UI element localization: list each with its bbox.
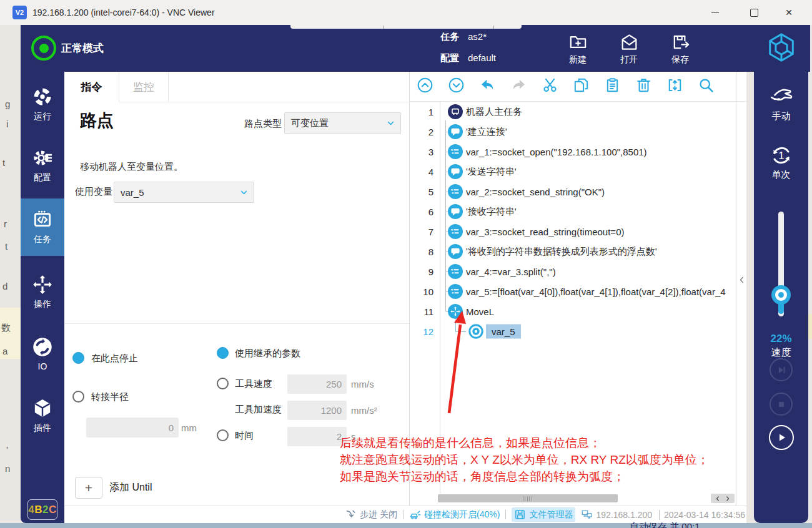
save-task-button[interactable]: 保存 xyxy=(659,29,701,69)
desktop-highlight-patch xyxy=(808,314,812,339)
top-notch xyxy=(290,24,522,29)
add-until-label: 添加 Until xyxy=(109,481,152,494)
tree-row-4[interactable]: 4'发送字符串' xyxy=(410,162,736,182)
minimize-button[interactable] xyxy=(701,0,730,25)
step-mode-label: 步进 关闭 xyxy=(360,509,397,521)
time-input[interactable]: 2 xyxy=(287,427,347,446)
file-manager-label: 文件管理器 xyxy=(529,509,573,521)
waypoint-type-value: 可变位置 xyxy=(285,117,386,129)
tree-row-2[interactable]: 2'建立连接' xyxy=(410,122,736,142)
time-radio[interactable] xyxy=(217,429,229,441)
redo-button[interactable] xyxy=(510,77,527,96)
tree-row-1[interactable]: 1机器人主任务 xyxy=(410,102,736,122)
add-until-button[interactable]: + xyxy=(75,477,102,499)
horizontal-scrollbar[interactable] xyxy=(438,494,618,502)
replace-button[interactable] xyxy=(666,77,683,96)
expand-all-button[interactable] xyxy=(448,77,465,96)
autosave-partial-text: 自动保存 并 00:1 xyxy=(630,521,700,528)
collision-detection-status[interactable]: 碰撞检测开启(40%) xyxy=(409,509,500,521)
tree-row-6[interactable]: 6'接收字符串' xyxy=(410,202,736,222)
tree-row-5[interactable]: 5var_2:=socket_send_string("OK") xyxy=(410,182,736,202)
tab-monitor[interactable]: 监控 xyxy=(119,72,169,102)
scrollbar-grip[interactable] xyxy=(523,496,533,501)
collision-icon xyxy=(409,509,421,521)
blend-radius-radio[interactable] xyxy=(72,391,84,403)
desktop-text-fragment: g xyxy=(5,99,10,109)
sidebar-item-task[interactable]: 任务 xyxy=(21,198,64,256)
single-cycle-button[interactable]: 1 单次 xyxy=(754,143,808,181)
waypoint-type-select[interactable]: 可变位置 xyxy=(284,112,401,134)
version-badge[interactable]: 4B2C xyxy=(27,499,57,520)
cut-button[interactable] xyxy=(542,77,558,96)
cut-icon xyxy=(542,77,558,94)
sidebar-item-run[interactable]: 运行 xyxy=(21,82,64,127)
step-forward-button[interactable] xyxy=(770,358,793,381)
tree-row-7[interactable]: 7var_3:=socket_read_string(timeout=0) xyxy=(410,222,736,242)
stop-here-radio[interactable] xyxy=(72,352,84,364)
tab-instruction[interactable]: 指令 xyxy=(64,72,119,102)
undo-button[interactable] xyxy=(479,77,496,96)
speed-slider-knob[interactable] xyxy=(771,285,791,305)
search-button[interactable] xyxy=(698,77,715,96)
step-mode-status[interactable]: 步进 关闭 xyxy=(345,509,397,521)
vnc-app-icon[interactable]: V2 xyxy=(12,6,27,19)
maximize-button[interactable] xyxy=(740,0,768,25)
tree-row-text: var_5 xyxy=(486,325,521,339)
collapse-all-button[interactable] xyxy=(417,77,433,96)
sidebar-item-plugin[interactable]: 插件 xyxy=(21,393,64,438)
blend-radius-input[interactable]: 0 xyxy=(86,418,179,438)
step-forward-icon xyxy=(775,364,788,376)
tool-speed-input[interactable]: 250 xyxy=(287,374,347,394)
close-button[interactable]: × xyxy=(775,0,803,25)
tree-row-text: var_2:=socket_send_string("OK") xyxy=(466,187,605,197)
header-actions: 新建打开保存 xyxy=(557,29,701,69)
config-value: default xyxy=(468,52,496,63)
collapse-panel-handle[interactable] xyxy=(738,276,746,284)
delete-button[interactable] xyxy=(635,77,652,96)
file-manager-button[interactable]: 文件管理器 xyxy=(512,507,575,522)
sidebar-item-operate[interactable]: 操作 xyxy=(21,270,64,315)
delete-icon xyxy=(635,77,652,94)
copy-button[interactable] xyxy=(573,77,590,96)
line-number: 9 xyxy=(410,266,433,277)
desktop-text-fragment: n xyxy=(5,463,10,474)
tool-speed-radio[interactable] xyxy=(217,378,229,389)
gear-icon xyxy=(32,147,53,169)
paste-button[interactable] xyxy=(604,77,621,96)
inherit-params-radio[interactable] xyxy=(217,347,229,359)
play-button[interactable] xyxy=(769,425,794,450)
single-cycle-icon: 1 xyxy=(768,143,795,168)
status-divider xyxy=(403,510,404,519)
scroll-arrow-buttons[interactable] xyxy=(711,494,735,503)
action-label: 新建 xyxy=(569,54,587,66)
sidebar-item-label: 配置 xyxy=(34,172,51,183)
panel-right-divider xyxy=(736,72,736,506)
action-label: 打开 xyxy=(620,54,638,66)
new-task-button[interactable]: 新建 xyxy=(557,29,599,69)
blend-radius-unit: mm xyxy=(181,423,197,433)
vnc-viewer-window: V2 192.168.1.200 (intel-corei7-64:0) - V… xyxy=(0,0,812,528)
comment-icon xyxy=(447,203,463,220)
tool-accel-input[interactable]: 1200 xyxy=(287,401,347,420)
use-variable-select[interactable]: var_5 xyxy=(114,182,254,203)
tree-row-text: 机器人主任务 xyxy=(466,106,522,118)
tree-row-text: '发送字符串' xyxy=(466,166,517,178)
sidebar-item-config[interactable]: 配置 xyxy=(21,143,64,188)
connection-status: 192.168.1.200 2024-03-14 16:34:56 xyxy=(581,509,745,521)
tree-row-8[interactable]: 8'将收到的字符串数据转换成列表形式的浮点数' xyxy=(410,242,736,262)
tool-speed-label: 工具速度 xyxy=(235,378,272,390)
tree-row-9[interactable]: 9var_4:=var_3.split(",") xyxy=(410,262,736,281)
main-task-icon xyxy=(447,104,463,120)
open-task-button[interactable]: 打开 xyxy=(608,29,650,69)
stop-button[interactable] xyxy=(770,393,793,416)
sidebar-item-io[interactable]: IO xyxy=(21,331,64,376)
tree-toolbar xyxy=(410,72,746,102)
tree-row-10[interactable]: 10var_5:=[float(var_4[0]),float(var_4[1]… xyxy=(410,281,736,301)
code-window-icon xyxy=(32,209,53,230)
close-icon: × xyxy=(785,6,792,19)
manual-mode-button[interactable]: 手动 xyxy=(754,84,808,122)
network-icon xyxy=(581,509,593,521)
title-bar: V2 192.168.1.200 (intel-corei7-64:0) - V… xyxy=(0,0,812,25)
tree-row-3[interactable]: 3var_1:=socket_open("192.168.1.100",8501… xyxy=(410,142,736,162)
notch-tick xyxy=(493,26,494,29)
